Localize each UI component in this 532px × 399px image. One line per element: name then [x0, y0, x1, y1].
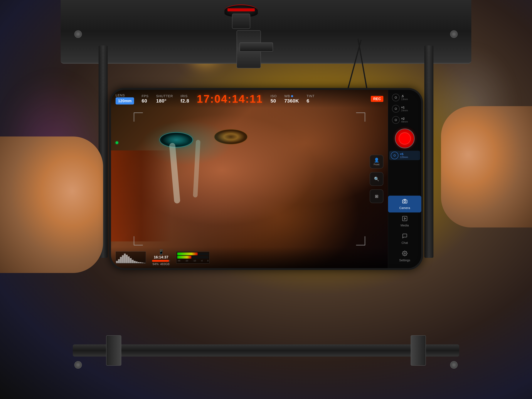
corner-marker-tr — [356, 113, 365, 122]
storage-bar-container — [152, 260, 170, 262]
hud-wb[interactable]: WB 7360K — [284, 94, 299, 104]
mic-body — [232, 14, 250, 29]
svg-rect-2 — [403, 216, 407, 221]
hud-fps[interactable]: FPS 60 — [142, 94, 149, 104]
hud-iso[interactable]: ISO 50 — [271, 94, 277, 104]
settings-overlay-button[interactable]: ⊞ — [370, 190, 383, 203]
settings-icon — [402, 251, 407, 257]
hud-lens[interactable]: LENS 120mm — [115, 93, 134, 104]
iso-value: 50 — [271, 98, 276, 104]
hand-right — [441, 106, 532, 228]
zoom-search-button[interactable]: 🔍 — [370, 172, 383, 186]
rig-bracket-right — [411, 335, 426, 366]
led-indicator — [115, 141, 118, 144]
timecode-display: 17:04:14:11 — [197, 93, 263, 105]
wb-label: WB — [284, 94, 293, 98]
iris-value: f2.8 — [180, 98, 189, 104]
hud-shutter[interactable]: SHUTTER 180° — [156, 94, 173, 104]
bolt-top-left — [74, 30, 82, 38]
camera-selector: .5 13mm ×1 24mm ×2 — [388, 93, 421, 125]
bolt-bottom-left — [74, 361, 82, 369]
iso-label: ISO — [271, 94, 277, 98]
storage-bar-fill — [152, 260, 169, 262]
phone-device: LENS 120mm FPS 60 SHUTTER 180° IRIS f2.8… — [109, 88, 423, 270]
face-detect-icon: 👤 — [374, 158, 379, 163]
rig-bottom-bar — [73, 344, 459, 356]
phone-screen: LENS 120mm FPS 60 SHUTTER 180° IRIS f2.8… — [111, 90, 388, 268]
rig-bracket-left — [106, 335, 121, 366]
nav-camera-button[interactable]: Camera — [388, 196, 421, 212]
media-icon — [402, 216, 407, 222]
hud-tint[interactable]: TINT 6 — [306, 94, 315, 104]
camera-icon — [402, 198, 407, 205]
camera-nav-label: Camera — [399, 206, 410, 210]
bolt-bottom-right — [450, 361, 458, 369]
rig-bar-right — [424, 45, 433, 258]
chat-nav-label: Chat — [401, 241, 408, 245]
phone-status-info: 📱 16:14:37 94% 483GB — [152, 249, 170, 266]
svg-point-1 — [404, 201, 406, 203]
corner-marker-br — [356, 236, 365, 245]
rec-badge[interactable]: REC — [371, 96, 383, 102]
lens-value: 120mm — [115, 97, 134, 104]
tint-label: TINT — [306, 94, 315, 98]
shutter-label: SHUTTER — [156, 94, 173, 98]
bolt-top-right — [450, 30, 458, 38]
hud-bottom-bar: 📱 16:14:37 94% 483GB — [111, 247, 388, 268]
tint-value: 6 — [306, 98, 309, 104]
svg-point-4 — [404, 253, 405, 254]
lens-label: LENS — [115, 93, 125, 97]
fps-label: FPS — [142, 94, 149, 98]
overlay-buttons: 👤 Front 🔍 ⊞ — [370, 155, 383, 203]
viewfinder[interactable] — [111, 90, 388, 268]
corner-marker-tl — [134, 113, 143, 122]
settings-nav-label: Settings — [399, 259, 410, 262]
iris-label: IRIS — [180, 94, 188, 98]
hud-iris[interactable]: IRIS f2.8 — [180, 94, 189, 104]
cam-btn-05x[interactable]: .5 13mm — [391, 93, 419, 102]
front-label: Front — [374, 163, 379, 166]
media-nav-label: Media — [400, 224, 409, 227]
face-rust-bg — [111, 151, 172, 241]
fps-value: 60 — [142, 98, 147, 104]
svg-marker-3 — [404, 218, 406, 219]
cam-btn-5x[interactable]: ×5 120mm — [389, 151, 420, 160]
record-button-inner — [399, 132, 411, 145]
hand-left — [0, 137, 103, 273]
storage-percent: 94% — [152, 262, 159, 266]
face-detect-button[interactable]: 👤 Front — [370, 155, 383, 169]
corner-marker-bl — [134, 236, 143, 245]
rig-top-bar — [61, 0, 471, 64]
hud-top-bar: LENS 120mm FPS 60 SHUTTER 180° IRIS f2.8… — [111, 90, 388, 108]
nav-settings-button[interactable]: Settings — [388, 248, 421, 265]
record-button[interactable] — [395, 129, 415, 148]
histogram-display — [115, 251, 146, 264]
audio-meter: -45 -20 -10 -4 0 — [176, 251, 209, 264]
cam-btn-1x[interactable]: ×1 24mm — [391, 104, 419, 114]
chat-icon — [402, 233, 407, 240]
hud-timecode: 17:04:14:11 — [197, 93, 263, 105]
zoom-search-icon: 🔍 — [374, 177, 379, 182]
cam-btn-2x[interactable]: ×2 48mm — [391, 115, 419, 125]
mic-red-ring — [228, 8, 255, 11]
shutter-value: 180° — [156, 98, 166, 104]
phone-time: 16:14:37 — [154, 255, 168, 259]
grid-icon: ⊞ — [375, 194, 378, 199]
nav-media-button[interactable]: Media — [388, 213, 421, 230]
wb-value: 7360K — [284, 98, 299, 104]
storage-gb: 483GB — [160, 262, 170, 266]
nav-chat-button[interactable]: Chat — [388, 230, 421, 247]
microphone — [224, 5, 258, 32]
cold-shoe — [240, 43, 273, 51]
phone-sidebar: .5 13mm ×1 24mm ×2 — [388, 90, 421, 268]
